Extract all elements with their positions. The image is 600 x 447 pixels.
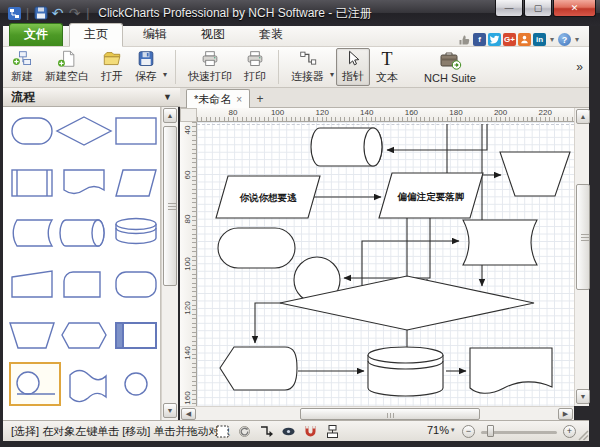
shape-internal-storage[interactable] [116, 323, 156, 348]
shape-predefined-process[interactable] [12, 170, 52, 196]
shape-data[interactable] [116, 170, 156, 196]
flowchart-layout-icon[interactable] [325, 424, 340, 439]
h-ruler-label: 100 [271, 108, 284, 117]
connector-button[interactable]: 连接器 [285, 48, 330, 86]
drawing-canvas[interactable]: 你说你想要逃 偏偏注定要落脚 [197, 122, 574, 406]
shape-card[interactable] [64, 272, 100, 297]
twitter-icon[interactable] [488, 33, 501, 46]
nch-forum-icon[interactable] [518, 33, 531, 46]
briefcase-icon [438, 50, 462, 71]
scrollbar-thumb[interactable] [576, 184, 590, 290]
shape-manual-input[interactable] [12, 271, 52, 297]
googleplus-icon[interactable]: G+ [503, 33, 516, 46]
new-flowchart-button[interactable]: 新建 [5, 48, 39, 86]
save-dropdown-icon[interactable]: ▾ [163, 70, 167, 79]
like-icon[interactable] [458, 33, 471, 46]
print-button[interactable]: 打印 [238, 48, 272, 86]
document-tab[interactable]: *未命名 × [186, 89, 250, 108]
shape-display[interactable] [70, 371, 106, 402]
redo-icon[interactable]: ↷ [66, 5, 83, 22]
toolbar-overflow-icon[interactable]: » [576, 60, 587, 74]
shape-manual-operation[interactable] [10, 323, 54, 348]
scroll-down-icon[interactable]: ▼ [576, 389, 590, 404]
open-button[interactable]: 打开 [95, 48, 129, 86]
sidebar-scrollbar[interactable]: ▲ ▼ [161, 107, 178, 420]
rotate-icon[interactable] [237, 424, 252, 439]
node-parallelogram-2[interactable]: 偏偏注定要落脚 [379, 173, 483, 218]
minimize-button[interactable]: — [495, 0, 523, 17]
social-links: f G+ in ▾ ? ▾ [458, 33, 589, 46]
scroll-left-icon[interactable]: ◀ [181, 408, 196, 420]
scrollbar-thumb[interactable] [300, 408, 480, 420]
scrollbar-thumb[interactable] [163, 126, 177, 286]
canvas-h-scrollbar[interactable]: ◀ ▶ [180, 406, 574, 420]
shape-preparation[interactable] [62, 323, 106, 348]
new-tab-button[interactable]: + [252, 91, 268, 106]
connector-line[interactable] [387, 124, 487, 150]
resize-grip[interactable] [575, 427, 590, 442]
save-quick-icon[interactable] [32, 5, 49, 22]
node-terminator[interactable] [218, 228, 295, 268]
shape-connector[interactable] [125, 373, 147, 395]
connector-line[interactable] [255, 303, 283, 343]
connector-dropdown-icon[interactable]: ▾ [330, 70, 334, 79]
snap-magnet-icon[interactable] [303, 424, 318, 439]
facebook-icon[interactable]: f [473, 33, 486, 46]
nch-suite-button[interactable]: NCH Suite [418, 48, 482, 86]
v-ruler-label: 160 [181, 390, 195, 405]
canvas-v-scrollbar[interactable]: ▲ ▼ [574, 108, 589, 406]
connector-line[interactable] [344, 218, 430, 278]
pointer-button[interactable]: 指针 [336, 48, 370, 86]
help-icon[interactable]: ? [558, 33, 571, 46]
menu-tab-view[interactable]: 视图 [187, 24, 239, 46]
tab-close-icon[interactable]: × [236, 94, 242, 105]
shape-stored-data[interactable] [13, 220, 52, 246]
menu-tab-edit[interactable]: 编辑 [129, 24, 181, 46]
node-parallelogram-1[interactable]: 你说你想要逃 [216, 176, 320, 218]
node-direct-access-storage[interactable] [311, 128, 382, 166]
h-ruler-label: 160 [405, 108, 418, 117]
v-ruler-label: 140 [181, 346, 195, 361]
scroll-right-icon[interactable]: ▶ [558, 408, 573, 420]
menu-tab-file[interactable]: 文件 [9, 23, 63, 46]
zoom-out-button[interactable]: − [462, 425, 475, 438]
scroll-down-icon[interactable]: ▼ [163, 403, 177, 418]
node-stored-data[interactable] [463, 220, 537, 265]
new-blank-button[interactable]: 新建空白 [39, 48, 95, 86]
shape-delay[interactable] [116, 272, 156, 297]
node-display[interactable] [220, 347, 297, 390]
node-document[interactable] [470, 348, 552, 393]
chevron-down-icon[interactable]: ▾ [575, 35, 579, 44]
menu-tab-suite[interactable]: 套装 [245, 24, 297, 46]
h-ruler-label: 120 [316, 108, 329, 117]
text-button[interactable]: T 文本 [370, 48, 404, 86]
open-folder-icon [101, 50, 123, 68]
shape-document[interactable] [64, 170, 104, 194]
zoom-value[interactable]: 71% [413, 424, 449, 436]
maximize-button[interactable]: ▢ [524, 0, 552, 17]
shape-magnetic-disk[interactable] [116, 219, 156, 244]
shape-terminator[interactable] [12, 118, 52, 144]
connector-mode-icon[interactable] [259, 424, 274, 439]
undo-icon[interactable]: ↶ [49, 5, 66, 22]
quick-print-button[interactable]: 快速打印 [182, 48, 238, 86]
shape-decision[interactable] [57, 117, 111, 145]
zoom-dropdown-icon[interactable]: ▾ [451, 426, 455, 434]
linkedin-icon[interactable]: in [533, 33, 546, 46]
scroll-up-icon[interactable]: ▲ [163, 108, 177, 123]
scroll-up-icon[interactable]: ▲ [576, 109, 590, 124]
shape-category-header[interactable]: 流程 ▼ [3, 88, 180, 107]
menu-tab-home[interactable]: 主页 [69, 23, 123, 47]
zoom-slider-handle[interactable] [487, 425, 494, 437]
close-button[interactable]: ✕ [553, 0, 596, 17]
node-database[interactable] [368, 347, 443, 396]
shape-direct-access-storage[interactable] [60, 220, 104, 246]
eye-icon[interactable] [281, 424, 296, 439]
node-manual-operation[interactable] [500, 152, 570, 196]
printer-icon [244, 50, 266, 68]
shape-process[interactable] [116, 118, 156, 144]
save-button[interactable]: 保存 [129, 48, 163, 86]
marquee-select-icon[interactable] [215, 424, 230, 439]
chevron-down-icon[interactable]: ▼ [163, 92, 172, 102]
chevron-down-icon[interactable]: ▾ [550, 35, 554, 44]
